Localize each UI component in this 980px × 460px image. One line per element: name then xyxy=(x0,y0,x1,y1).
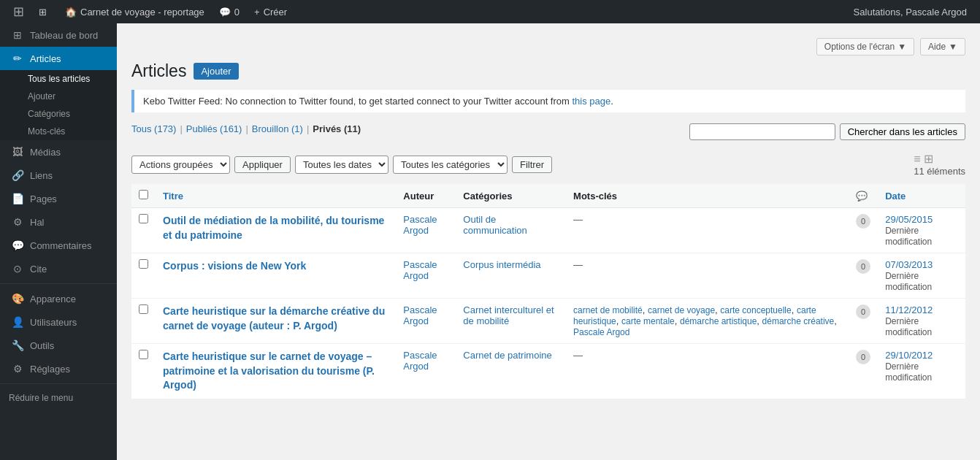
pages-icon: 📄 xyxy=(11,193,24,204)
row2-title-cell: Corpus : visions de New York Modifier | … xyxy=(156,253,396,299)
submenu-categories[interactable]: Catégories xyxy=(0,105,117,123)
admin-bar: ⊞ ⊞ 🏠 Carnet de voyage - reportage 💬 0 +… xyxy=(0,0,980,23)
sidebar-item-media[interactable]: 🖼 Médias xyxy=(0,140,117,164)
add-new-button[interactable]: Ajouter xyxy=(194,63,238,80)
row3-title-link[interactable]: Carte heuristique sur la démarche créati… xyxy=(163,305,385,331)
sidebar-item-comments[interactable]: 💬 Commentaires xyxy=(0,234,117,257)
row4-date-link[interactable]: 29/10/2012 xyxy=(885,350,933,361)
row3-tag-1[interactable]: carnet de mobilité xyxy=(573,305,643,315)
list-view-icon[interactable]: ≡ xyxy=(914,153,920,166)
row1-comments: 0 xyxy=(849,208,878,253)
submenu-add-article[interactable]: Ajouter xyxy=(0,88,117,105)
row4-comment-count[interactable]: 0 xyxy=(856,350,870,364)
sidebar-item-appearance[interactable]: 🎨 Apparence xyxy=(0,287,117,310)
sidebar-item-label-dashboard: Tableau de bord xyxy=(30,30,98,41)
row2-comments: 0 xyxy=(849,253,878,299)
row1-tags-dash: — xyxy=(573,214,583,225)
row1-check[interactable] xyxy=(139,214,148,223)
table-nav-top: Actions groupées Appliquer Toutes les da… xyxy=(131,152,965,177)
screen-options-button[interactable]: Options de l'écran ▼ xyxy=(816,38,914,55)
row2-categories: Corpus intermédia xyxy=(456,253,566,299)
adminbar-wp-logo[interactable]: ⊞ xyxy=(6,0,31,23)
row1-comment-count[interactable]: 0 xyxy=(856,214,870,229)
select-all-checkbox[interactable] xyxy=(139,190,148,199)
row1-cat-link[interactable]: Outil de communication xyxy=(463,214,527,236)
row3-tag-8[interactable]: Pascale Argod xyxy=(573,327,629,337)
row3-comments: 0 xyxy=(849,299,878,344)
th-tags: Mots-clés xyxy=(566,184,849,208)
grid-view-icon[interactable]: ⊞ xyxy=(924,152,933,166)
row2-comment-count[interactable]: 0 xyxy=(856,259,870,274)
row1-title-link[interactable]: Outil de médiation de la mobilité, du to… xyxy=(163,215,384,241)
row4-check[interactable] xyxy=(139,350,148,359)
view-icons: ≡ ⊞ xyxy=(914,152,965,166)
sidebar-item-dashboard[interactable]: ⊞ Tableau de bord xyxy=(0,23,117,47)
sidebar-item-pages[interactable]: 📄 Pages xyxy=(0,187,117,210)
sidebar-item-tools[interactable]: 🔧 Outils xyxy=(0,334,117,357)
filter-button[interactable]: Filtrer xyxy=(512,156,552,173)
tab-draft[interactable]: Brouillon (1) xyxy=(252,123,303,134)
row3-check[interactable] xyxy=(139,304,148,314)
submenu-tags[interactable]: Mots-clés xyxy=(0,123,117,140)
row3-comment-count[interactable]: 0 xyxy=(856,304,870,319)
dates-select[interactable]: Toutes les dates xyxy=(295,156,388,174)
row4-cat-link[interactable]: Carnet de patrimoine xyxy=(463,350,551,361)
help-label: Aide xyxy=(928,42,946,52)
row3-tag-5[interactable]: carte mentale xyxy=(621,316,675,326)
settings-icon: ⚙ xyxy=(11,363,24,375)
row3-date-sub: Dernière modification xyxy=(885,316,932,337)
tab-all[interactable]: Tous (173) xyxy=(131,123,176,134)
row2-check[interactable] xyxy=(139,259,148,269)
row3-cat-link[interactable]: Carnet interculturel et de mobilité xyxy=(463,304,554,326)
row3-tag-7[interactable]: démarche créative xyxy=(762,316,835,326)
screen-options-bar: Options de l'écran ▼ Aide ▼ xyxy=(131,38,965,55)
sidebar-item-users[interactable]: 👤 Utilisateurs xyxy=(0,310,117,334)
row4-title-link[interactable]: Carte heuristique sur le carnet de voyag… xyxy=(163,350,375,391)
row4-categories: Carnet de patrimoine xyxy=(456,344,566,399)
bulk-actions-select[interactable]: Actions groupées xyxy=(131,156,230,174)
adminbar-comments[interactable]: 💬 0 xyxy=(212,0,247,23)
date-sort-link[interactable]: Date xyxy=(885,191,906,202)
row1-date-link[interactable]: 29/05/2015 xyxy=(885,214,933,225)
reduce-menu-button[interactable]: Réduire le menu xyxy=(0,387,117,409)
hal-icon: ⚙ xyxy=(11,216,24,228)
submenu-all-articles[interactable]: Tous les articles xyxy=(0,70,117,88)
twitter-notice: Kebo Twitter Feed: No connection to Twit… xyxy=(131,90,965,112)
tab-published[interactable]: Publiés (161) xyxy=(186,123,242,134)
title-sort-link[interactable]: Titre xyxy=(163,191,183,202)
row4-title-cell: Carte heuristique sur le carnet de voyag… xyxy=(156,344,396,399)
site-name-label: Carnet de voyage - reportage xyxy=(80,7,204,18)
row1-author-link[interactable]: Pascale Argod xyxy=(403,214,437,236)
row2-cat-link[interactable]: Corpus intermédia xyxy=(463,259,540,270)
row2-author-link[interactable]: Pascale Argod xyxy=(403,259,437,281)
categories-select[interactable]: Toutes les catégories xyxy=(393,156,508,174)
sidebar-item-articles[interactable]: ✏ Articles xyxy=(0,47,117,70)
apply-button[interactable]: Appliquer xyxy=(234,156,291,173)
notice-text: Kebo Twitter Feed: No connection to Twit… xyxy=(143,96,572,107)
sidebar-item-settings[interactable]: ⚙ Réglages xyxy=(0,357,117,380)
th-date[interactable]: Date xyxy=(878,184,965,208)
help-button[interactable]: Aide ▼ xyxy=(920,38,965,55)
sidebar-item-cite[interactable]: ⊙ Cite xyxy=(0,257,117,280)
sidebar-item-hal[interactable]: ⚙ Hal xyxy=(0,210,117,234)
search-input[interactable] xyxy=(689,123,835,140)
row2-title-link[interactable]: Corpus : visions de New York xyxy=(163,260,306,272)
row3-tag-2[interactable]: carnet de voyage xyxy=(648,305,715,315)
sidebar-item-label-cite: Cite xyxy=(30,264,47,275)
adminbar-my-sites[interactable]: ⊞ xyxy=(31,0,58,23)
row4-author-link[interactable]: Pascale Argod xyxy=(403,350,437,372)
adminbar-site-name[interactable]: 🏠 Carnet de voyage - reportage xyxy=(58,0,212,23)
notice-link[interactable]: this page xyxy=(572,96,610,107)
search-button[interactable]: Chercher dans les articles xyxy=(840,123,965,140)
row3-tag-6[interactable]: démarche artistique xyxy=(680,316,757,326)
sidebar-item-links[interactable]: 🔗 Liens xyxy=(0,164,117,187)
row3-date-link[interactable]: 11/12/2012 xyxy=(885,304,933,315)
row4-author: Pascale Argod xyxy=(396,344,456,399)
row2-date-link[interactable]: 07/03/2013 xyxy=(885,259,933,270)
row3-author-link[interactable]: Pascale Argod xyxy=(403,304,437,326)
row2-date-sub: Dernière modification xyxy=(885,271,932,292)
th-title[interactable]: Titre xyxy=(156,184,396,208)
adminbar-new-content[interactable]: + Créer xyxy=(247,0,294,23)
row3-date: 11/12/2012 Dernière modification xyxy=(878,299,965,344)
row3-tag-3[interactable]: carte conceptuelle xyxy=(720,305,791,315)
